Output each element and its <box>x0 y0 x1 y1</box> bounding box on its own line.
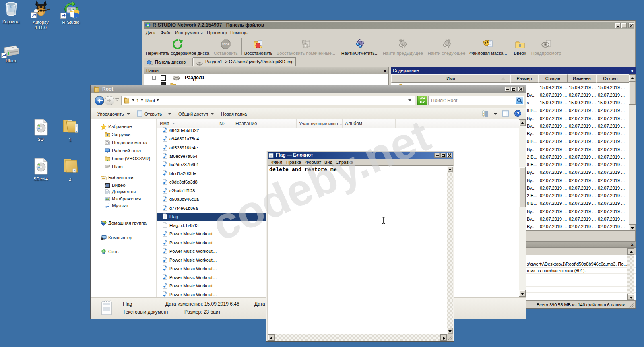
svg-text:i: i <box>149 61 149 64</box>
svg-text:?: ? <box>516 111 519 116</box>
svg-text:STOP: STOP <box>222 43 230 46</box>
